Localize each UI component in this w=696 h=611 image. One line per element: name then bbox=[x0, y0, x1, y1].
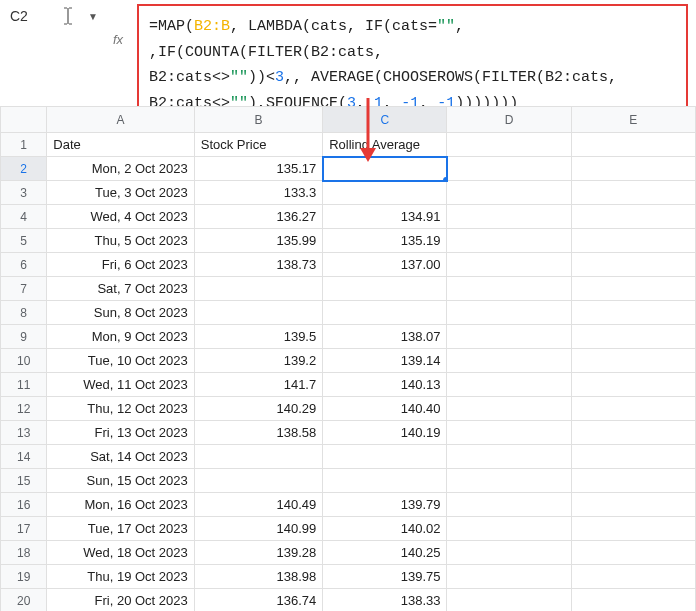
cell[interactable] bbox=[571, 589, 695, 612]
cell[interactable] bbox=[447, 349, 571, 373]
cell[interactable]: Thu, 5 Oct 2023 bbox=[47, 229, 194, 253]
cell[interactable] bbox=[447, 277, 571, 301]
cell[interactable]: Wed, 11 Oct 2023 bbox=[47, 373, 194, 397]
cell[interactable] bbox=[447, 157, 571, 181]
cell[interactable] bbox=[571, 493, 695, 517]
cell[interactable] bbox=[447, 397, 571, 421]
cell[interactable]: 138.98 bbox=[194, 565, 322, 589]
cell[interactable]: Sun, 15 Oct 2023 bbox=[47, 469, 194, 493]
cell[interactable]: 134.91 bbox=[323, 205, 447, 229]
cell[interactable]: 135.17 bbox=[194, 157, 322, 181]
cell[interactable] bbox=[194, 301, 322, 325]
cell[interactable] bbox=[571, 445, 695, 469]
cell[interactable] bbox=[571, 469, 695, 493]
cell[interactable] bbox=[323, 277, 447, 301]
cell[interactable]: Thu, 19 Oct 2023 bbox=[47, 565, 194, 589]
cell[interactable]: 133.3 bbox=[194, 181, 322, 205]
cell[interactable]: Fri, 20 Oct 2023 bbox=[47, 589, 194, 612]
row-header[interactable]: 9 bbox=[1, 325, 47, 349]
cell[interactable] bbox=[447, 421, 571, 445]
row-header[interactable]: 11 bbox=[1, 373, 47, 397]
cell[interactable]: Fri, 13 Oct 2023 bbox=[47, 421, 194, 445]
cell[interactable]: 139.2 bbox=[194, 349, 322, 373]
cell[interactable] bbox=[447, 493, 571, 517]
row-header[interactable]: 8 bbox=[1, 301, 47, 325]
cell[interactable] bbox=[447, 373, 571, 397]
cell[interactable]: Tue, 10 Oct 2023 bbox=[47, 349, 194, 373]
cell[interactable]: Stock Price bbox=[194, 133, 322, 157]
cell[interactable] bbox=[571, 133, 695, 157]
cell[interactable] bbox=[194, 445, 322, 469]
cell[interactable]: Sat, 7 Oct 2023 bbox=[47, 277, 194, 301]
column-header-e[interactable]: E bbox=[571, 107, 695, 133]
cell[interactable] bbox=[571, 565, 695, 589]
cell[interactable]: Thu, 12 Oct 2023 bbox=[47, 397, 194, 421]
cell[interactable]: 137.00 bbox=[323, 253, 447, 277]
cell[interactable] bbox=[571, 301, 695, 325]
row-header[interactable]: 13 bbox=[1, 421, 47, 445]
row-header[interactable]: 4 bbox=[1, 205, 47, 229]
cell[interactable] bbox=[323, 181, 447, 205]
column-header-d[interactable]: D bbox=[447, 107, 571, 133]
selection-handle[interactable] bbox=[443, 177, 447, 181]
cell[interactable]: 139.5 bbox=[194, 325, 322, 349]
cell[interactable] bbox=[194, 469, 322, 493]
cell[interactable] bbox=[447, 445, 571, 469]
cell[interactable]: 138.07 bbox=[323, 325, 447, 349]
cell[interactable]: 139.14 bbox=[323, 349, 447, 373]
cell[interactable] bbox=[571, 205, 695, 229]
cell[interactable] bbox=[447, 469, 571, 493]
cell[interactable] bbox=[571, 253, 695, 277]
column-header-a[interactable]: A bbox=[47, 107, 194, 133]
row-header[interactable]: 1 bbox=[1, 133, 47, 157]
cell[interactable]: 140.13 bbox=[323, 373, 447, 397]
cell[interactable]: Tue, 3 Oct 2023 bbox=[47, 181, 194, 205]
row-header[interactable]: 16 bbox=[1, 493, 47, 517]
cell[interactable]: 140.99 bbox=[194, 517, 322, 541]
cell[interactable]: Fri, 6 Oct 2023 bbox=[47, 253, 194, 277]
cell[interactable]: Wed, 18 Oct 2023 bbox=[47, 541, 194, 565]
row-header[interactable]: 10 bbox=[1, 349, 47, 373]
row-header[interactable]: 7 bbox=[1, 277, 47, 301]
row-header[interactable]: 3 bbox=[1, 181, 47, 205]
cell[interactable] bbox=[571, 277, 695, 301]
cell-reference-box[interactable]: C2 bbox=[8, 4, 53, 28]
cell[interactable]: Sun, 8 Oct 2023 bbox=[47, 301, 194, 325]
cell[interactable]: 140.40 bbox=[323, 397, 447, 421]
row-header[interactable]: 17 bbox=[1, 517, 47, 541]
cell[interactable] bbox=[571, 325, 695, 349]
cell[interactable] bbox=[447, 205, 571, 229]
cell[interactable]: 140.19 bbox=[323, 421, 447, 445]
cell[interactable] bbox=[323, 445, 447, 469]
cell[interactable] bbox=[571, 157, 695, 181]
row-header[interactable]: 5 bbox=[1, 229, 47, 253]
cell[interactable]: 140.02 bbox=[323, 517, 447, 541]
cell[interactable] bbox=[447, 301, 571, 325]
row-header[interactable]: 14 bbox=[1, 445, 47, 469]
cell[interactable] bbox=[447, 589, 571, 612]
name-box-dropdown[interactable]: ▼ bbox=[83, 4, 103, 28]
cell[interactable] bbox=[447, 229, 571, 253]
cell[interactable] bbox=[447, 325, 571, 349]
select-all-corner[interactable] bbox=[1, 107, 47, 133]
cell[interactable]: Sat, 14 Oct 2023 bbox=[47, 445, 194, 469]
row-header[interactable]: 20 bbox=[1, 589, 47, 612]
cell[interactable] bbox=[447, 565, 571, 589]
cell[interactable]: 140.49 bbox=[194, 493, 322, 517]
cell[interactable]: Tue, 17 Oct 2023 bbox=[47, 517, 194, 541]
cell[interactable] bbox=[447, 541, 571, 565]
row-header[interactable]: 15 bbox=[1, 469, 47, 493]
cell[interactable]: 135.19 bbox=[323, 229, 447, 253]
cell[interactable]: 138.33 bbox=[323, 589, 447, 612]
cell[interactable]: 135.99 bbox=[194, 229, 322, 253]
cell[interactable] bbox=[571, 541, 695, 565]
cell[interactable]: Wed, 4 Oct 2023 bbox=[47, 205, 194, 229]
cell[interactable] bbox=[447, 253, 571, 277]
cell[interactable] bbox=[447, 181, 571, 205]
cell[interactable] bbox=[571, 229, 695, 253]
row-header[interactable]: 12 bbox=[1, 397, 47, 421]
cell[interactable]: Mon, 16 Oct 2023 bbox=[47, 493, 194, 517]
cell[interactable]: 141.7 bbox=[194, 373, 322, 397]
row-header[interactable]: 18 bbox=[1, 541, 47, 565]
cell[interactable]: 139.75 bbox=[323, 565, 447, 589]
